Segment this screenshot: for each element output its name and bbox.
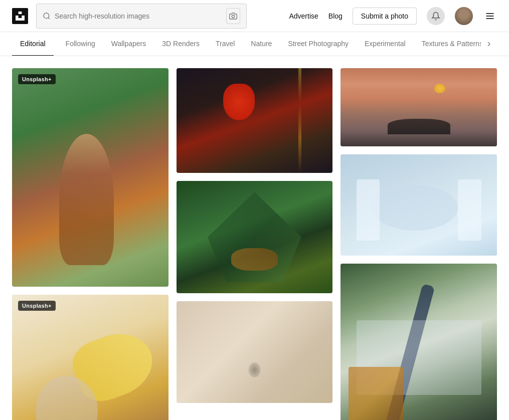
visual-search-button[interactable] [226, 8, 240, 24]
category-item-textures-patterns[interactable]: Textures & Patterns [414, 32, 481, 56]
header-navigation: Advertise Blog Submit a photo [289, 7, 497, 25]
user-avatar[interactable] [455, 7, 473, 25]
photo-card-japan[interactable] [177, 68, 333, 173]
photo-column-3 [341, 68, 497, 420]
photo-card-greenhouse[interactable]: Unsplash+ [12, 68, 168, 287]
category-item-nature[interactable]: Nature [243, 32, 280, 56]
category-item-street-photography[interactable]: Street Photography [280, 32, 357, 56]
category-item-travel[interactable]: Travel [208, 32, 243, 56]
unsplash-plus-badge-2: Unsplash+ [18, 301, 56, 311]
category-item-following[interactable]: Following [58, 32, 103, 56]
notifications-button[interactable] [427, 7, 445, 25]
svg-point-1 [232, 15, 234, 18]
search-input[interactable] [55, 12, 224, 20]
photo-card-aerial[interactable] [341, 264, 497, 420]
search-icon [43, 12, 51, 20]
main-content: Unsplash+ Unsplash+ [0, 56, 509, 420]
svg-point-0 [44, 13, 49, 19]
category-item-experimental[interactable]: Experimental [357, 32, 414, 56]
category-navigation: Editorial Following Wallpapers 3D Render… [0, 32, 509, 56]
blog-link[interactable]: Blog [328, 12, 343, 20]
category-item-editorial[interactable]: Editorial [12, 32, 54, 56]
category-item-3d-renders[interactable]: 3D Renders [154, 32, 208, 56]
category-nav-next-button[interactable] [481, 36, 497, 52]
search-bar-container [36, 4, 247, 29]
photo-column-1: Unsplash+ Unsplash+ [12, 68, 168, 420]
header: Advertise Blog Submit a photo [0, 0, 509, 32]
photo-card-table[interactable] [341, 154, 497, 256]
photo-grid: Unsplash+ Unsplash+ [12, 68, 497, 420]
unsplash-logo[interactable] [12, 8, 28, 24]
submit-photo-button[interactable]: Submit a photo [353, 8, 417, 25]
category-nav-items: Editorial Following Wallpapers 3D Render… [12, 32, 481, 56]
hamburger-menu-button[interactable] [483, 9, 497, 23]
advertise-link[interactable]: Advertise [289, 12, 318, 20]
photo-card-beige[interactable] [177, 301, 333, 403]
unsplash-plus-badge: Unsplash+ [18, 74, 56, 84]
category-item-wallpapers[interactable]: Wallpapers [103, 32, 154, 56]
photo-card-sunset[interactable] [341, 68, 497, 146]
photo-card-jungle[interactable] [177, 181, 333, 293]
photo-card-breakfast[interactable]: Unsplash+ [12, 295, 168, 420]
photo-column-2 [177, 68, 333, 420]
